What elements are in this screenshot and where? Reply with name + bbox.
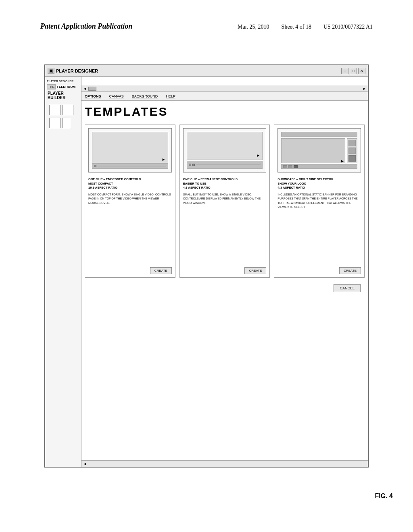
preview-video-area-2 <box>187 132 263 160</box>
template-preview-3: ► <box>277 128 361 172</box>
create-button-3[interactable]: CREATE <box>339 267 361 274</box>
app-titlebar: ▣ PLAYER DESIGNER − □ ✕ <box>45 65 368 77</box>
preview-controls-2 <box>187 161 263 169</box>
patent-title: Patent Application Publication <box>40 22 132 31</box>
sidebar-nav-icon: THE <box>47 84 56 89</box>
preview-nav <box>281 164 357 169</box>
templates-content: TEMPLATES ► ONE CLIP – EMBE <box>81 101 368 460</box>
preview-main-video <box>281 138 345 163</box>
template-desc-3: INCLUDES AN OPTIONAL STATIC BANNER FOR B… <box>274 191 364 265</box>
menu-background[interactable]: BACKGROUND <box>132 94 158 98</box>
cancel-button[interactable]: CANCEL <box>334 284 361 292</box>
scroll-top-bar: ◄ ► <box>81 85 368 92</box>
header-date: Mar. 25, 2010 <box>238 24 269 30</box>
app-title: PLAYER DESIGNER <box>56 69 340 73</box>
ctrl-line-2 <box>196 164 261 165</box>
template-desc-1: MOST COMPACT FORM. SHOW A SINGLE VIDEO. … <box>85 191 175 265</box>
menu-help[interactable]: HELP <box>166 94 175 98</box>
ctrl-dot-1 <box>94 165 96 167</box>
sidebar-item-2[interactable] <box>62 105 73 115</box>
preview-play-3: ► <box>340 159 344 163</box>
sidebar-builder-label: PLAYER BUILDER <box>47 91 79 100</box>
scroll-bottom-bar: ◄ <box>81 460 368 467</box>
ctrl-line-1 <box>98 166 166 166</box>
header-meta: Mar. 25, 2010 Sheet 4 of 18 US 2010/0077… <box>238 24 373 30</box>
ctrl-dot-2 <box>189 164 191 166</box>
sidebar-item-1[interactable] <box>49 105 60 115</box>
template-preview-1: ► <box>88 128 172 172</box>
menu-bar: OPTIONS CANVAS BACKGROUND HELP <box>81 92 368 101</box>
menu-canvas[interactable]: CANVAS <box>109 94 124 98</box>
header-patent: US 2010/0077322 A1 <box>323 24 373 30</box>
template-card-3: ► SHOWCASE – RIGHT SIDE SELECTOR SHOW YO… <box>274 125 365 278</box>
sidebar-nav-item[interactable]: THE FEEDROOM <box>47 84 79 89</box>
template-label-1: ONE CLIP – EMBEDDED CONTROLS MOST COMPAC… <box>85 176 175 191</box>
nav-2 <box>288 165 292 168</box>
preview-play-1: ► <box>162 157 166 162</box>
preview-banner <box>281 132 357 137</box>
scroll-area: ◄ ► OPTIONS CANVAS BACKGROUND HELP TEMPL… <box>81 85 368 467</box>
app-content: PLAYER DESIGNER THE FEEDROOM PLAYER BUIL… <box>45 77 368 467</box>
sidebar-main-title: PLAYER DESIGNER <box>47 80 79 83</box>
sidebar: PLAYER DESIGNER THE FEEDROOM PLAYER BUIL… <box>45 77 81 467</box>
preview-controls-1 <box>92 163 168 169</box>
template-card-1: ► ONE CLIP – EMBEDDED CONTROLS MOST COMP… <box>85 125 175 278</box>
sidebar-item-3[interactable] <box>49 118 60 128</box>
create-button-1[interactable]: CREATE <box>150 267 172 274</box>
page-header: Patent Application Publication Mar. 25, … <box>40 22 373 31</box>
fig-label: FIG. 4 <box>375 493 393 500</box>
preview-video-area-1 <box>92 132 168 163</box>
template-cards: ► ONE CLIP – EMBEDDED CONTROLS MOST COMP… <box>85 125 365 278</box>
sidebar-item-4[interactable] <box>62 118 70 128</box>
scroll-right-arrow[interactable]: ► <box>363 87 366 91</box>
selector-item-3 <box>348 155 356 162</box>
ctrl-dot-2b <box>192 164 195 166</box>
scroll-bottom-arrow[interactable]: ◄ <box>83 462 87 466</box>
minimize-button[interactable]: − <box>341 68 348 74</box>
restore-button[interactable]: □ <box>350 68 357 74</box>
templates-title: TEMPLATES <box>85 105 365 118</box>
template-desc-2: SMALL BUT EASY TO USE. SHOW A SINGLE VID… <box>180 191 270 265</box>
sidebar-row-2 <box>49 118 77 128</box>
template-card-2: ► ONE CLIP – PERMANENT CONTROLS EASIER T… <box>179 125 270 278</box>
menu-options[interactable]: OPTIONS <box>85 94 101 98</box>
create-button-2[interactable]: CREATE <box>244 267 266 274</box>
template-preview-2: ► <box>183 128 267 172</box>
scroll-thumb[interactable] <box>88 87 96 91</box>
window-controls: − □ ✕ <box>341 68 365 74</box>
scroll-left-arrow[interactable]: ◄ <box>83 87 87 91</box>
selector-item-2 <box>348 148 356 154</box>
sidebar-items <box>47 105 79 128</box>
preview-play-2: ► <box>256 153 260 158</box>
selector-item-1 <box>348 140 356 146</box>
header-sheet: Sheet 4 of 18 <box>282 24 311 30</box>
sidebar-feedroom-label: FEEDROOM <box>57 85 75 89</box>
template-label-3: SHOWCASE – RIGHT SIDE SELECTOR SHOW YOUR… <box>274 176 364 191</box>
diagram-container: ▣ PLAYER DESIGNER − □ ✕ PLAYER DESIGNER … <box>44 64 369 468</box>
template-label-2: ONE CLIP – PERMANENT CONTROLS EASIER TO … <box>180 176 270 191</box>
nav-1 <box>283 165 287 168</box>
cancel-area: CANCEL <box>85 284 365 292</box>
preview-side-selector <box>347 138 357 163</box>
nav-3 <box>294 165 298 168</box>
app-icon: ▣ <box>48 68 54 74</box>
close-button[interactable]: ✕ <box>358 68 365 74</box>
sidebar-row-1 <box>49 105 77 115</box>
